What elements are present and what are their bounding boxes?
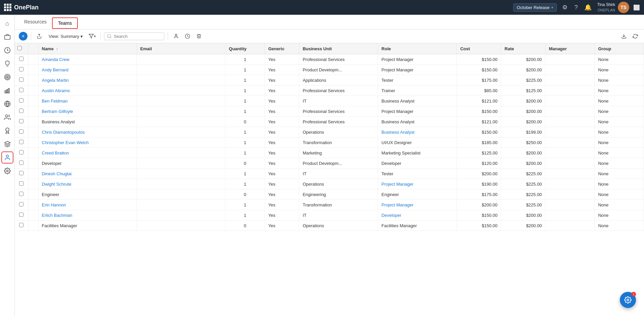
row-name[interactable]: Chris Diamantopoulos <box>38 127 137 137</box>
row-checkbox[interactable] <box>19 212 23 217</box>
help-button[interactable]: ? <box>573 3 579 12</box>
header-group[interactable]: Group <box>595 43 644 54</box>
header-rate[interactable]: Rate <box>501 43 545 54</box>
row-name[interactable]: Austin Abrams <box>38 85 137 96</box>
fab-button[interactable]: 1 <box>620 292 636 308</box>
chevron-down-icon: ▾ <box>551 6 553 9</box>
row-name[interactable]: Amanda Crew <box>38 54 137 65</box>
header-cost[interactable]: Cost <box>457 43 501 54</box>
row-role[interactable]: Project Manager <box>378 179 457 189</box>
row-generic: Yes <box>265 96 299 106</box>
sidebar-item-badge[interactable] <box>1 125 13 137</box>
row-manager <box>545 220 595 231</box>
header-role[interactable]: Role <box>378 43 457 54</box>
sidebar-item-clock[interactable] <box>1 44 13 56</box>
history-button[interactable] <box>183 31 192 41</box>
row-rate: $200.00 <box>501 220 545 231</box>
row-name[interactable]: Andy Bernard <box>38 65 137 75</box>
row-checkbox[interactable] <box>19 192 23 196</box>
row-checkbox[interactable] <box>19 181 23 186</box>
row-checkbox[interactable] <box>19 98 23 103</box>
tab-resources[interactable]: Resources <box>19 15 52 29</box>
row-name: Facilities Manager <box>38 220 137 231</box>
header-manager[interactable]: Manager <box>545 43 595 54</box>
svg-point-17 <box>108 35 111 38</box>
settings-button[interactable]: ⚙ <box>561 2 569 12</box>
row-checkbox[interactable] <box>19 109 23 113</box>
row-checkbox[interactable] <box>19 202 23 206</box>
sidebar-item-briefcase[interactable] <box>1 31 13 43</box>
row-checkbox[interactable] <box>19 67 23 71</box>
table-row: Dwight Schrute 1 Yes Operations Project … <box>15 179 644 189</box>
row-checkbox-cell <box>15 179 28 189</box>
download-button[interactable] <box>619 31 629 41</box>
row-checkbox[interactable] <box>19 223 23 227</box>
row-checkbox[interactable] <box>19 77 23 82</box>
person-button[interactable] <box>171 31 181 41</box>
row-name[interactable]: Erin Hannon <box>38 200 137 210</box>
row-checkbox-cell <box>15 106 28 117</box>
search-box <box>104 33 164 40</box>
delete-button[interactable] <box>194 31 204 41</box>
view-selector[interactable]: View: Summary ▾ <box>46 33 86 40</box>
header-quantity[interactable]: Quantity <box>225 43 265 54</box>
tab-teams[interactable]: Teams <box>52 17 78 29</box>
row-name[interactable]: Creed Bratton <box>38 148 137 158</box>
sidebar-item-person[interactable] <box>1 151 13 164</box>
row-checkbox[interactable] <box>19 129 23 134</box>
row-name[interactable]: Dwight Schrute <box>38 179 137 189</box>
header-generic[interactable]: Generic <box>265 43 299 54</box>
row-checkbox[interactable] <box>19 171 23 175</box>
header-name[interactable]: Name ↑ <box>38 43 137 54</box>
row-email <box>137 127 225 137</box>
row-checkbox[interactable] <box>19 57 23 61</box>
row-name[interactable]: Bertram Gilfoyle <box>38 106 137 117</box>
sidebar-item-settings[interactable] <box>1 165 13 177</box>
filter-button[interactable]: ▾ <box>88 31 97 41</box>
sidebar-item-home[interactable]: ⌂ <box>1 17 13 29</box>
notification-button[interactable]: 🔔 <box>583 2 593 12</box>
row-name[interactable]: Christopher Evan Welch <box>38 137 137 148</box>
header-business-unit[interactable]: Business Unit <box>299 43 378 54</box>
search-input[interactable] <box>114 34 161 39</box>
row-quantity: 1 <box>225 148 265 158</box>
grid-icon <box>4 4 11 11</box>
row-generic: Yes <box>265 127 299 137</box>
row-business-unit: Product Developm... <box>299 65 378 75</box>
user-menu[interactable]: Tina Shirk ONEPLAN TS <box>597 2 629 13</box>
add-button[interactable]: + <box>19 32 28 41</box>
sidebar-item-chart[interactable] <box>1 84 13 97</box>
row-role: Project Manager <box>378 54 457 65</box>
row-quantity: 0 <box>225 117 265 127</box>
sidebar-item-target[interactable] <box>1 71 13 83</box>
row-name[interactable]: Angela Martin <box>38 75 137 85</box>
row-email <box>137 54 225 65</box>
row-role[interactable]: Business Analyst <box>378 127 457 137</box>
sidebar-item-people[interactable] <box>1 111 13 123</box>
row-checkbox-cell <box>15 75 28 85</box>
sidebar-item-layers[interactable] <box>1 138 13 150</box>
restore-button[interactable]: ⬜ <box>633 4 640 11</box>
row-email <box>137 106 225 117</box>
sidebar-item-lightbulb[interactable] <box>1 58 13 70</box>
row-rate: $225.00 <box>501 179 545 189</box>
row-name[interactable]: Dinesh Chugtai <box>38 169 137 179</box>
svg-point-10 <box>5 115 8 117</box>
header-email[interactable]: Email <box>137 43 225 54</box>
share-button[interactable] <box>35 31 44 41</box>
separator-3 <box>168 32 168 40</box>
row-checkbox[interactable] <box>19 119 23 123</box>
select-all-checkbox[interactable] <box>17 46 22 50</box>
row-role[interactable]: Developer <box>378 210 457 220</box>
row-name[interactable]: Ben Feldman <box>38 96 137 106</box>
row-cost: $185.00 <box>457 137 501 148</box>
row-name[interactable]: Erlich Bachman <box>38 210 137 220</box>
refresh-button[interactable] <box>631 31 640 41</box>
release-selector[interactable]: October Release ▾ <box>513 3 557 12</box>
sidebar-item-globe[interactable] <box>1 98 13 110</box>
row-checkbox[interactable] <box>19 88 23 92</box>
row-checkbox[interactable] <box>19 150 23 154</box>
row-checkbox[interactable] <box>19 140 23 144</box>
row-checkbox[interactable] <box>19 161 23 165</box>
row-role[interactable]: Project Manager <box>378 200 457 210</box>
